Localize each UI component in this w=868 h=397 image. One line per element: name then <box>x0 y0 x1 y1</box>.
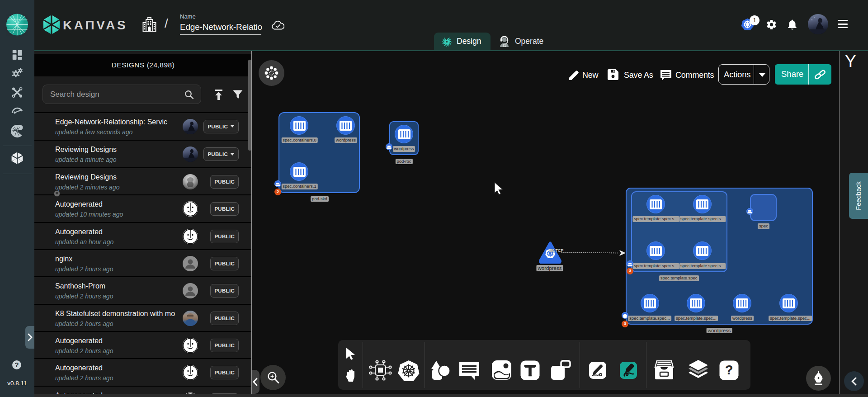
svg-text:?: ? <box>725 363 733 377</box>
